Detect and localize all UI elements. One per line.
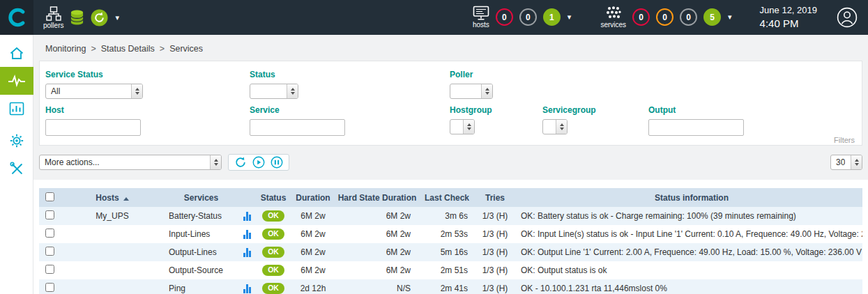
duration-cell: 6M 2w [291,207,335,225]
pause-button[interactable] [271,156,283,169]
chevron-down-icon[interactable]: ▾ [728,13,732,22]
filter-panel: Service Status All Status [39,61,862,146]
host-input[interactable] [45,119,141,136]
database-latency-icon[interactable] [70,9,84,26]
hosts-menu[interactable]: hosts [473,6,489,29]
services-label: services [600,22,626,29]
hosts-unreachable-counter[interactable]: 0 [519,8,537,26]
column-header-tries[interactable]: Tries [475,188,515,207]
hosts-up-counter[interactable]: 1 [543,8,561,26]
select-arrows-icon [481,84,492,98]
status-label: Status [250,70,450,79]
column-header-hard-state-duration[interactable]: Hard State Duration [335,188,419,207]
row-checkbox[interactable] [45,265,54,274]
tries-cell: 1/3 (H) [475,207,515,225]
services-warning-counter[interactable]: 0 [656,8,673,26]
page-size-select[interactable]: 30 [830,155,862,170]
app: pollers ▾ [0,0,868,294]
duration-cell: 6M 2w [291,261,335,279]
services-ok-counter[interactable]: 5 [703,8,721,26]
services-unknown-counter[interactable]: 0 [680,8,697,26]
column-header-duration[interactable]: Duration [291,188,335,207]
row-checkbox[interactable] [45,210,54,219]
column-header-status-information[interactable]: Status information [515,188,862,207]
service-link[interactable]: Battery-Status [169,211,222,221]
service-input[interactable] [250,119,345,136]
hostgroup-select[interactable] [450,119,475,134]
service-link[interactable]: Output-Lines [169,247,217,257]
select-arrows-icon [287,84,298,98]
services-menu[interactable]: services [600,6,626,29]
refresh-button[interactable] [234,156,247,169]
breadcrumb-item-monitoring[interactable]: Monitoring [45,44,86,54]
breadcrumb-separator: > [91,44,96,54]
user-profile-button[interactable] [837,7,858,28]
more-actions-value: More actions... [45,157,100,167]
last-check-cell: 2m 41s [419,279,475,294]
row-checkbox[interactable] [45,229,54,238]
select-all-checkbox[interactable] [45,192,54,201]
host-link[interactable]: My_UPS [96,211,128,221]
topbar: pollers ▾ [0,0,868,35]
service-link[interactable]: Output-Source [169,265,223,275]
sort-asc-icon [123,197,129,201]
centreon-logo[interactable] [0,0,33,35]
sidebar-item-configuration[interactable] [0,127,33,155]
column-header-graph [238,188,256,207]
play-button[interactable] [252,156,265,169]
current-date: June 12, 2019 [760,5,817,17]
service-link[interactable]: Ping [169,284,185,293]
graph-icon[interactable] [243,284,251,293]
chevron-down-icon[interactable]: ▾ [115,13,119,22]
output-input[interactable] [648,119,744,136]
database-icon [70,9,84,26]
column-header-last-check[interactable]: Last Check [419,188,475,207]
duration-cell: 6M 2w [291,243,335,261]
sidebar-item-reporting[interactable] [0,95,33,123]
sidebar-item-monitoring[interactable] [0,67,33,95]
hosts-icon [473,6,489,21]
more-actions-select[interactable]: More actions... [39,155,222,170]
sidebar-item-home[interactable] [0,39,33,67]
column-header-hosts[interactable]: Hosts [60,188,165,207]
service-label: Service [250,105,450,115]
graph-icon[interactable] [243,248,251,257]
duration-cell: 2d 12h [291,279,335,294]
pollers-menu[interactable]: pollers [43,6,63,29]
breadcrumb-item-status-details[interactable]: Status Details [101,44,155,54]
column-header-status[interactable]: Status [256,188,291,207]
table-row: Input-Lines OK 6M 2w 6M 2w 2m 53s 1/3 (H… [39,225,862,243]
service-field: Service [250,105,450,136]
servicegroup-select[interactable] [542,119,568,134]
services-critical-counter[interactable]: 0 [632,8,650,26]
servicegroup-field: Servicegroup [542,105,648,136]
poller-config-status-icon[interactable] [91,9,108,26]
service-link[interactable]: Input-Lines [169,229,210,239]
graph-icon[interactable] [243,230,251,239]
row-checkbox[interactable] [45,247,54,256]
graph-icon[interactable] [243,212,251,221]
last-check-cell: 5m 16s [419,243,475,261]
breadcrumb-item-services[interactable]: Services [169,44,203,54]
sidebar-item-administration[interactable] [0,155,33,183]
column-header-services[interactable]: Services [165,188,238,207]
toolbar: More actions... [39,154,862,171]
select-arrows-icon [556,120,567,134]
hosts-header-label: Hosts [96,193,119,203]
status-information-cell: OK: Battery status is ok - Charge remain… [515,207,862,225]
status-badge: OK [262,247,284,258]
service-status-select[interactable]: All [45,84,143,99]
page-size-value: 30 [836,157,845,167]
filter-row-2: Host Service Hostgroup [45,105,856,136]
filter-row-1: Service Status All Status [45,70,856,99]
hosts-counters-group: hosts 0 0 1 ▾ [473,6,572,29]
hosts-down-counter[interactable]: 0 [496,8,513,26]
chevron-down-icon[interactable]: ▾ [568,13,572,22]
table-header-row: Hosts Services Status Duration Hard Stat… [39,188,862,207]
hard-state-duration-cell: 6M 2w [335,207,419,225]
row-checkbox[interactable] [45,283,54,292]
poller-select[interactable] [450,84,493,99]
status-select[interactable] [250,84,298,99]
last-check-cell: 2m 51s [419,261,475,279]
hosts-label: hosts [473,22,489,29]
